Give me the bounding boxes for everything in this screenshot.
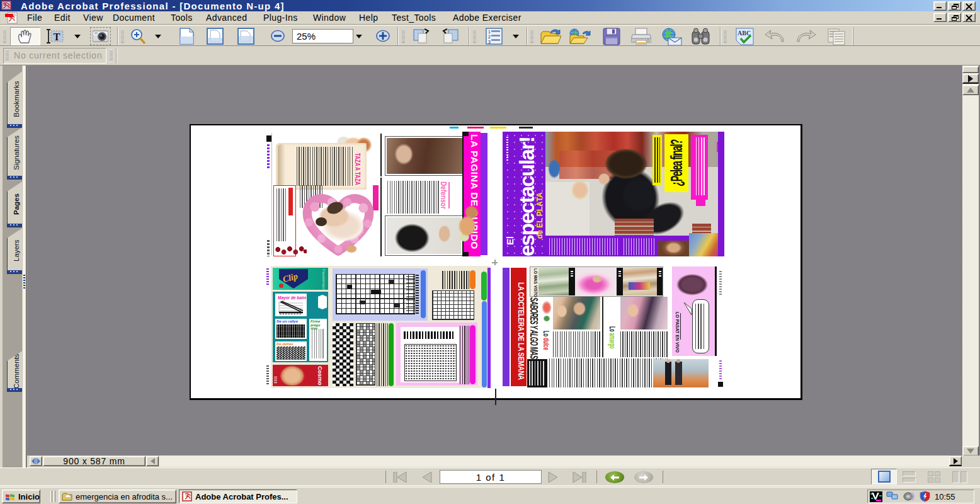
- svg-text:T: T: [54, 32, 60, 42]
- svg-text:ABC: ABC: [738, 30, 751, 37]
- svg-text:1: 1: [488, 30, 491, 34]
- svg-text:3: 3: [488, 40, 491, 44]
- svg-text:Mayor de baires: Mayor de baires: [278, 295, 306, 301]
- svg-text:2: 2: [488, 35, 491, 39]
